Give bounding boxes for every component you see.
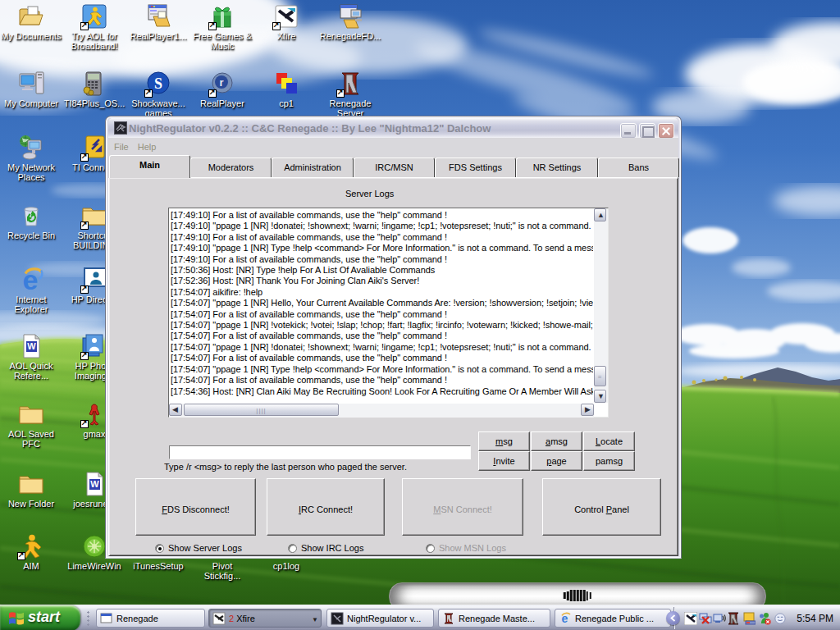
svg-text:S: S [154, 75, 162, 92]
svg-text:r: r [219, 76, 223, 89]
svg-text:W: W [90, 479, 99, 489]
svg-text:W: W [27, 341, 36, 351]
